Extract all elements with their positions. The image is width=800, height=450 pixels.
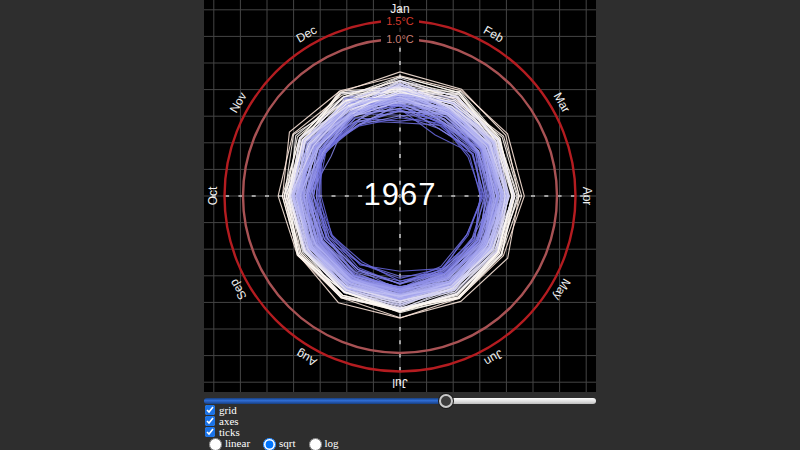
scale-option-linear[interactable]: linear <box>204 435 250 450</box>
linear-radio-label: linear <box>225 437 250 449</box>
sqrt-radio[interactable] <box>263 438 276 450</box>
ring-label-1.5: 1.5°C <box>386 15 414 27</box>
year-slider-thumb[interactable] <box>439 394 453 408</box>
display-controls: grid axes ticks linear sqrt log <box>204 405 347 448</box>
year-slider-fill <box>204 398 446 404</box>
axes-toggle-row: axes <box>204 416 347 426</box>
ring-label-1: 1.0°C <box>386 33 414 45</box>
climate-spiral-canvas: 1.0°C1.5°CJanFebMarAprMayJunJulAugSepOct… <box>204 0 596 392</box>
scale-radio-group: linear sqrt log <box>204 438 347 448</box>
center-year-label: 1967 <box>204 178 596 212</box>
month-label-jan: Jan <box>390 2 409 16</box>
linear-radio[interactable] <box>209 438 222 450</box>
axes-checkbox[interactable] <box>205 416 215 426</box>
year-slider-track[interactable] <box>446 398 596 404</box>
scale-option-log[interactable]: log <box>304 435 339 450</box>
sqrt-radio-label: sqrt <box>279 437 296 449</box>
grid-toggle-row: grid <box>204 405 347 415</box>
month-label-jul: Jul <box>392 376 407 390</box>
grid-checkbox[interactable] <box>205 405 215 415</box>
log-radio-label: log <box>325 437 339 449</box>
scale-option-sqrt[interactable]: sqrt <box>258 435 296 450</box>
log-radio[interactable] <box>309 438 322 450</box>
